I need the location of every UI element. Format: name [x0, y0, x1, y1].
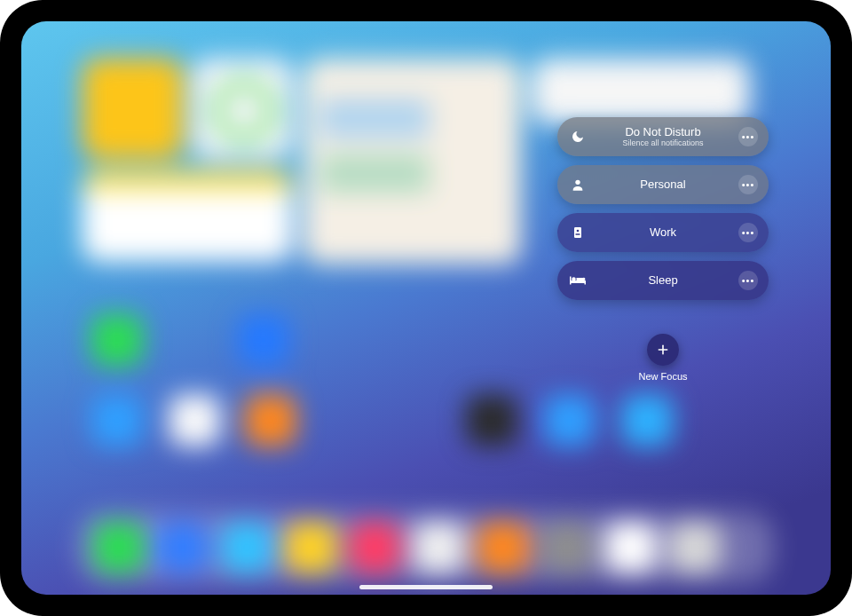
app-icon	[245, 395, 296, 446]
focus-mode-sleep[interactable]: Sleep •••	[557, 261, 769, 300]
app-icon	[621, 395, 673, 446]
home-indicator[interactable]	[359, 585, 493, 589]
battery-widget	[192, 59, 292, 159]
focus-mode-label: Do Not Disturb Silence all notifications	[588, 126, 738, 147]
dock-app-icon	[669, 522, 721, 573]
focus-mode-do-not-disturb[interactable]: Do Not Disturb Silence all notifications…	[557, 117, 769, 156]
dock-app-icon	[414, 522, 465, 573]
svg-rect-5	[570, 277, 572, 285]
dock-app-icon	[349, 522, 400, 573]
focus-panel: Do Not Disturb Silence all notifications…	[557, 117, 769, 382]
focus-mode-label: Personal	[588, 178, 738, 191]
svg-rect-4	[570, 280, 586, 283]
moon-icon	[568, 127, 588, 146]
notes-widget	[83, 59, 183, 159]
more-options-button[interactable]: •••	[738, 271, 758, 290]
reminders-widget	[83, 170, 293, 261]
svg-rect-1	[574, 227, 581, 238]
dock-app-icon	[285, 522, 336, 573]
app-icon	[544, 395, 596, 446]
app-icon	[91, 395, 143, 446]
svg-point-2	[577, 230, 580, 233]
screen: Do Not Disturb Silence all notifications…	[21, 21, 831, 595]
app-icon	[170, 395, 221, 446]
new-focus-label: New Focus	[638, 371, 687, 382]
focus-mode-label: Work	[588, 226, 738, 239]
bed-icon	[568, 271, 588, 290]
dock-app-icon	[221, 522, 272, 573]
svg-rect-6	[585, 280, 587, 285]
plus-icon	[647, 334, 679, 366]
dock-app-icon	[93, 522, 145, 573]
person-icon	[568, 175, 588, 194]
dock-app-icon	[541, 522, 593, 573]
device-frame: Do Not Disturb Silence all notifications…	[0, 0, 852, 616]
app-icon	[91, 314, 143, 366]
new-focus-button[interactable]: New Focus	[638, 334, 687, 382]
reminders-widget-large	[304, 59, 521, 265]
focus-mode-personal[interactable]: Personal •••	[557, 165, 769, 204]
more-options-button[interactable]: •••	[738, 175, 758, 194]
dock	[79, 512, 774, 583]
badge-icon	[568, 223, 588, 242]
more-options-button[interactable]: •••	[738, 127, 758, 146]
calendar-widget	[532, 59, 749, 124]
more-options-button[interactable]: •••	[738, 223, 758, 242]
app-icon	[238, 314, 289, 366]
app-icon	[466, 395, 517, 446]
svg-point-0	[575, 180, 580, 185]
dock-app-icon	[157, 522, 209, 573]
svg-point-7	[572, 277, 576, 281]
dock-app-icon	[605, 522, 657, 573]
focus-mode-work[interactable]: Work •••	[557, 213, 769, 252]
svg-rect-3	[575, 233, 580, 234]
focus-mode-label: Sleep	[588, 274, 738, 287]
dock-app-icon	[477, 522, 529, 573]
